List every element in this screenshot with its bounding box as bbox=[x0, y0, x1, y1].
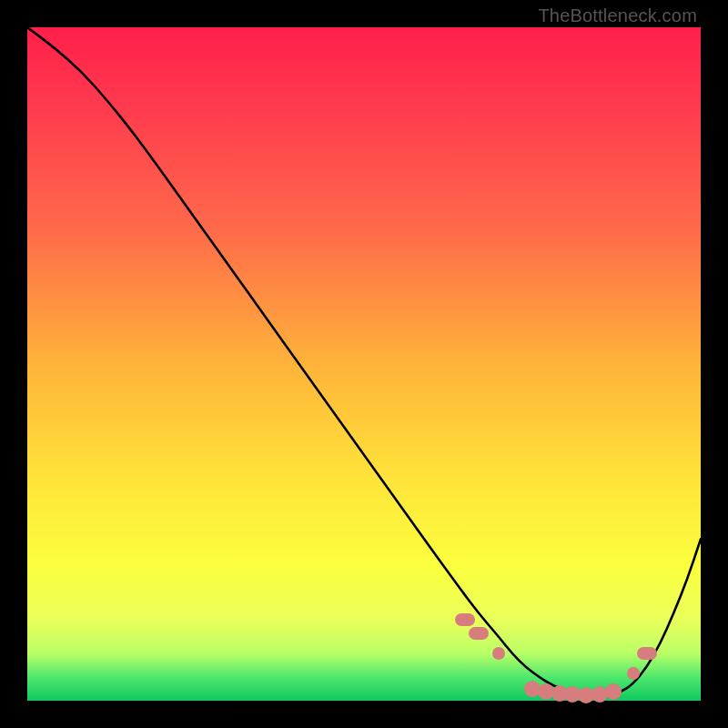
data-marker bbox=[455, 613, 475, 626]
svg-rect-0 bbox=[27, 27, 701, 701]
data-marker bbox=[469, 627, 489, 640]
plot-area bbox=[27, 27, 701, 701]
plot-frame bbox=[27, 27, 701, 701]
data-marker bbox=[637, 647, 657, 660]
background-gradient bbox=[27, 27, 701, 701]
attribution-text: TheBottleneck.com bbox=[538, 5, 697, 26]
